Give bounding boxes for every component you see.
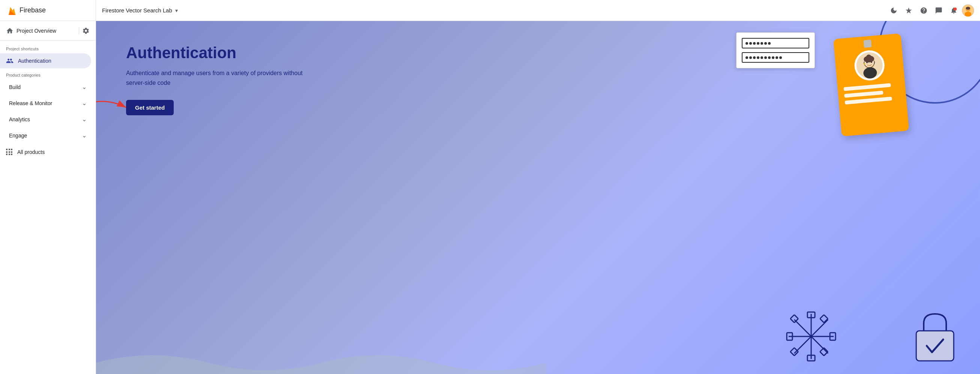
card-line-1 [843, 83, 891, 91]
project-overview-bar[interactable]: Project Overview [0, 21, 95, 40]
wave-decoration [96, 344, 546, 374]
feedback-button[interactable] [932, 4, 945, 17]
card-photo [853, 49, 886, 82]
svg-rect-28 [916, 331, 954, 361]
sidebar: Firebase Project Overview Project shortc… [0, 0, 96, 374]
svg-rect-26 [790, 348, 798, 356]
form-field-2 [742, 52, 809, 63]
engage-label: Engage [9, 133, 27, 139]
topbar: Firestore Vector Search Lab ▾ [96, 0, 980, 21]
sidebar-item-build[interactable]: Build ⌄ [3, 80, 93, 94]
project-dropdown-icon[interactable]: ▾ [175, 8, 178, 13]
form-field-1 [742, 38, 809, 48]
sparkle-button[interactable] [902, 4, 915, 17]
all-products-label: All products [17, 149, 45, 155]
divider [79, 27, 79, 35]
sidebar-item-analytics[interactable]: Analytics ⌄ [3, 112, 93, 126]
hero-section: Authentication Authenticate and manage u… [96, 21, 980, 374]
svg-point-4 [966, 7, 970, 10]
star-shape-decoration [785, 310, 837, 363]
sidebar-item-authentication[interactable]: Authentication [0, 53, 91, 68]
red-arrow-icon [96, 98, 130, 117]
authentication-icon [6, 57, 14, 65]
project-shortcuts-label: Project shortcuts [0, 40, 95, 53]
firebase-name: Firebase [19, 6, 46, 14]
sidebar-header: Firebase [0, 0, 95, 21]
sidebar-item-engage[interactable]: Engage ⌄ [3, 128, 93, 143]
authentication-label: Authentication [18, 58, 51, 64]
product-categories-label: Product categories [0, 68, 95, 79]
id-card-illustration [833, 34, 909, 137]
svg-rect-24 [790, 315, 798, 323]
card-lines [843, 83, 900, 105]
grid-icon [6, 149, 13, 155]
topbar-right [887, 4, 974, 17]
avatar[interactable] [962, 5, 974, 16]
card-line-2 [844, 91, 883, 97]
form-circles [746, 42, 771, 45]
firebase-flame-icon [6, 5, 16, 16]
lock-illustration [912, 310, 958, 359]
all-products-button[interactable]: All products [0, 145, 95, 159]
hero-content: Authentication Authenticate and manage u… [126, 43, 306, 115]
analytics-label: Analytics [9, 117, 30, 122]
form-dots [746, 56, 782, 59]
engage-chevron-icon: ⌄ [82, 132, 87, 139]
help-button[interactable] [917, 4, 931, 17]
project-overview-label[interactable]: Project Overview [16, 28, 76, 34]
get-started-button[interactable]: Get started [126, 100, 174, 115]
login-form-illustration [736, 32, 815, 68]
firebase-logo[interactable]: Firebase [6, 5, 46, 16]
main-content: Firestore Vector Search Lab ▾ [96, 0, 980, 374]
release-monitor-label: Release & Monitor [9, 100, 52, 106]
build-chevron-icon: ⌄ [82, 83, 87, 91]
topbar-left: Firestore Vector Search Lab ▾ [102, 7, 178, 13]
sidebar-item-release-monitor[interactable]: Release & Monitor ⌄ [3, 96, 93, 110]
release-monitor-chevron-icon: ⌄ [82, 99, 87, 107]
home-icon[interactable] [6, 27, 14, 35]
settings-icon[interactable] [82, 27, 90, 35]
notifications-button[interactable] [947, 4, 961, 17]
hero-description: Authenticate and manage users from a var… [126, 68, 306, 88]
build-label: Build [9, 84, 21, 90]
analytics-chevron-icon: ⌄ [82, 116, 87, 123]
card-line-3 [845, 96, 892, 104]
dark-mode-button[interactable] [887, 4, 900, 17]
project-name: Firestore Vector Search Lab [102, 7, 172, 13]
hero-title: Authentication [126, 43, 306, 62]
